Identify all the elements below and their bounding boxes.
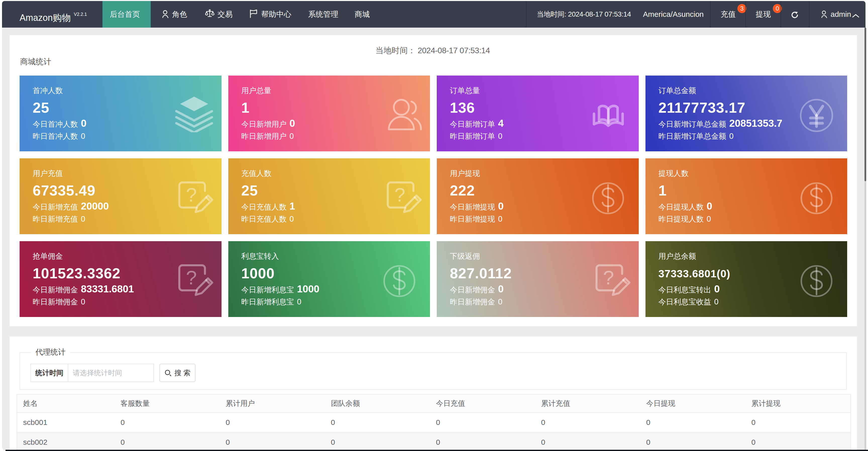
- svg-text:?: ?: [603, 266, 614, 289]
- svg-text:?: ?: [186, 184, 197, 206]
- svg-text:?: ?: [186, 266, 197, 289]
- svg-text:?: ?: [394, 184, 405, 206]
